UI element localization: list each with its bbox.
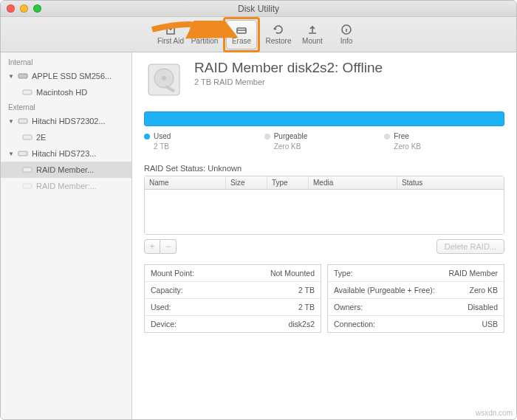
purgeable-dot-icon	[264, 134, 270, 140]
free-dot-icon	[384, 134, 390, 140]
free-value: Zero KB	[394, 142, 504, 151]
partition-icon	[199, 24, 210, 35]
ssd-icon	[17, 70, 29, 82]
maximize-icon[interactable]	[33, 4, 41, 13]
sidebar-item-label: Hitachi HDS723...	[32, 149, 96, 158]
used-key: Used:	[151, 303, 171, 311]
info-grid: Mount Point:Not Mounted Capacity:2 TB Us…	[144, 264, 504, 333]
sidebar-item-label: RAID Member...	[36, 165, 94, 174]
sidebar-section-external: External	[1, 100, 131, 113]
capacity-key: Capacity:	[151, 286, 183, 295]
sidebar-item-hitachi2[interactable]: ▼ Hitachi HDS723...	[1, 145, 131, 162]
volume-icon	[21, 131, 33, 143]
available-key: Available (Purgeable + Free):	[334, 286, 435, 295]
svg-rect-9	[23, 184, 32, 188]
add-remove-group: + −	[144, 239, 177, 254]
mount-point-value: Not Mounted	[270, 269, 315, 278]
raid-table: Name Size Type Media Status	[144, 176, 504, 235]
owners-key: Owners:	[334, 303, 363, 311]
used-value: 2 TB	[298, 303, 315, 311]
connection-key: Connection:	[334, 320, 375, 328]
mount-button[interactable]: Mount	[297, 20, 328, 49]
capacity-value: 2 TB	[298, 286, 315, 295]
add-button[interactable]: +	[144, 239, 160, 254]
connection-value: USB	[482, 320, 498, 328]
raid-table-header: Name Size Type Media Status	[145, 176, 504, 190]
raid-table-body	[145, 190, 504, 234]
volume-icon	[21, 180, 33, 192]
drive-icon	[144, 60, 184, 100]
volume-header: RAID Member disk2s2: Offline 2 TB RAID M…	[144, 60, 504, 100]
close-icon[interactable]	[7, 4, 15, 13]
restore-button[interactable]: Restore	[263, 20, 294, 49]
restore-label: Restore	[265, 37, 291, 45]
hdd-icon	[17, 148, 29, 159]
watermark: wsxdn.com	[476, 409, 513, 417]
window: Disk Utility First Aid Partition Erase R…	[0, 0, 517, 420]
content: Internal ▼ APPLE SSD SM256... Macintosh …	[1, 52, 516, 419]
raid-status-label: RAID Set Status: Unknown	[144, 164, 504, 173]
owners-value: Disabled	[468, 303, 498, 311]
chevron-down-icon: ▼	[8, 118, 14, 125]
svg-rect-7	[18, 151, 27, 156]
traffic-lights	[7, 4, 41, 13]
chevron-down-icon: ▼	[8, 73, 14, 80]
device-key: Device:	[151, 320, 177, 328]
col-type[interactable]: Type	[267, 176, 309, 189]
sidebar-item-label: Macintosh HD	[36, 88, 87, 97]
sidebar-item-label: RAID Member:...	[36, 182, 97, 190]
col-media[interactable]: Media	[309, 176, 397, 189]
titlebar: Disk Utility	[1, 1, 516, 17]
minimize-icon[interactable]	[20, 4, 28, 13]
svg-rect-5	[18, 119, 27, 123]
partition-button[interactable]: Partition	[189, 20, 220, 49]
mount-icon	[307, 24, 318, 35]
sidebar-item-macintosh-hd[interactable]: Macintosh HD	[1, 84, 131, 100]
volume-icon	[21, 86, 33, 98]
sidebar: Internal ▼ APPLE SSD SM256... Macintosh …	[1, 52, 132, 419]
remove-button[interactable]: −	[160, 239, 177, 254]
first-aid-label: First Aid	[157, 37, 184, 45]
svg-rect-8	[23, 168, 32, 172]
device-value: disk2s2	[288, 320, 315, 328]
purgeable-label: Purgeable	[274, 132, 308, 140]
main-panel: RAID Member disk2s2: Offline 2 TB RAID M…	[132, 52, 516, 419]
erase-button[interactable]: Erase	[226, 20, 257, 49]
sidebar-item-raid-member-dim[interactable]: RAID Member:...	[1, 178, 131, 194]
svg-rect-6	[23, 135, 32, 140]
first-aid-button[interactable]: First Aid	[155, 20, 186, 49]
sidebar-item-apple-ssd[interactable]: ▼ APPLE SSD SM256...	[1, 68, 131, 84]
col-status[interactable]: Status	[397, 176, 504, 189]
partition-label: Partition	[191, 37, 219, 45]
volume-title: RAID Member disk2s2: Offline	[194, 60, 383, 76]
col-size[interactable]: Size	[226, 176, 267, 189]
col-name[interactable]: Name	[145, 176, 226, 189]
svg-rect-4	[23, 90, 32, 94]
usage-bar	[144, 111, 504, 126]
sidebar-item-raid-member-selected[interactable]: RAID Member...	[1, 162, 131, 178]
free-label: Free	[394, 132, 409, 140]
sidebar-item-hitachi1[interactable]: ▼ Hitachi HDS72302...	[1, 113, 131, 129]
info-button[interactable]: Info	[331, 20, 362, 49]
hdd-icon	[17, 115, 29, 127]
sidebar-item-label: APPLE SSD SM256...	[32, 72, 112, 80]
chevron-down-icon: ▼	[8, 151, 14, 157]
type-value: RAID Member	[448, 269, 498, 278]
erase-label: Erase	[232, 37, 251, 45]
erase-highlight: Erase	[223, 17, 260, 52]
info-table-right: Type:RAID Member Available (Purgeable + …	[327, 264, 504, 333]
sidebar-item-2e[interactable]: 2E	[1, 129, 131, 145]
volume-subtitle: 2 TB RAID Member	[194, 78, 383, 86]
window-title: Disk Utility	[1, 4, 516, 14]
svg-rect-3	[18, 74, 27, 78]
used-dot-icon	[144, 134, 150, 140]
usage-legend: Used 2 TB Purgeable Zero KB Free Zero KB	[144, 132, 504, 151]
restore-icon	[273, 24, 284, 35]
delete-raid-button[interactable]: Delete RAID...	[436, 239, 504, 254]
volume-icon	[21, 164, 33, 176]
toolbar: First Aid Partition Erase Restore Mount …	[1, 17, 516, 52]
first-aid-icon	[165, 24, 177, 35]
svg-point-12	[162, 76, 166, 80]
raid-table-footer: + − Delete RAID...	[144, 239, 504, 254]
purgeable-value: Zero KB	[274, 142, 385, 151]
